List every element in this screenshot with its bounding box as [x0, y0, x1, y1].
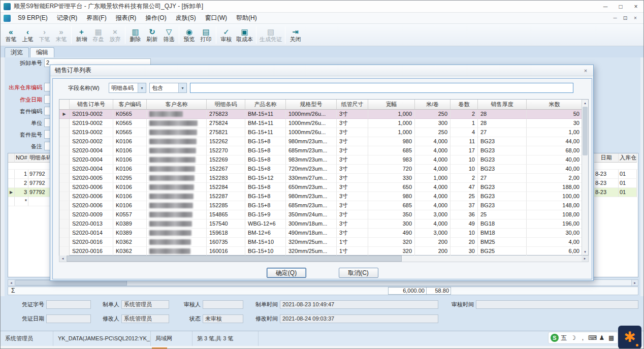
menu-s9-erp[interactable]: S9 ERP(E) [13, 13, 52, 23]
detail-grid-row[interactable]: 8-2301 [594, 170, 638, 179]
tab-edit[interactable]: 编辑 [30, 47, 54, 57]
customer-name-redacted [149, 120, 198, 126]
toolbox-icon[interactable]: ▩ [607, 333, 616, 343]
filter-button[interactable]: ▽筛选 [160, 25, 177, 45]
detail-grid-row[interactable]: ▶397792 [8, 188, 53, 197]
detail-grid-row[interactable]: 8-2301 [594, 179, 638, 188]
sales-order-row[interactable]: S2020-0013K0389157540WBG-12+6300mm/18um.… [59, 219, 583, 229]
voucher-date-field[interactable] [46, 314, 91, 323]
chevron-down-icon[interactable] [138, 83, 146, 92]
mdi-window-controls: ─⊡× [610, 14, 640, 22]
audit-button[interactable]: ✓审核 [218, 25, 235, 45]
detail-grid-left: NO#明细条码197792297792▶397792* [8, 153, 53, 206]
dialog-title: 销售订单列表 [55, 66, 91, 75]
grid-vscrollbar[interactable] [582, 100, 588, 255]
tab-browse[interactable]: 浏览 [5, 47, 29, 57]
wubi-mode-icon[interactable]: 五 [560, 333, 568, 343]
chevron-down-icon[interactable] [178, 83, 186, 92]
customer-name-redacted [149, 248, 190, 254]
mdi-minimize-button[interactable]: ─ [610, 14, 620, 22]
filter-search-input[interactable] [190, 83, 573, 93]
close-button[interactable]: × [628, 1, 643, 12]
mdi-restore-button[interactable]: ⊡ [620, 14, 630, 22]
voucher-no-field[interactable] [46, 300, 91, 309]
scroll-right-icon[interactable] [582, 256, 588, 262]
scroll-right-icon[interactable] [631, 280, 638, 285]
close-form-icon: ⇥ [292, 27, 299, 36]
scroll-track[interactable] [66, 256, 582, 262]
menu-interface[interactable]: 界面(F) [82, 13, 111, 23]
scroll-thumb[interactable] [583, 107, 588, 155]
scroll-up-icon[interactable] [582, 100, 588, 106]
sales-order-row[interactable]: S2020-0004K0106152269BG-15+8983mm/23um..… [59, 155, 583, 165]
row-indicator-icon [8, 197, 15, 206]
detail-grid-row[interactable]: 197792 [8, 170, 53, 179]
prev-record-button[interactable]: ‹上笔 [19, 25, 36, 45]
sales-order-row[interactable]: S2020-0006K0106152287BG-15+8980mm/23um..… [59, 192, 583, 201]
add-button[interactable]: +新增 [73, 25, 90, 45]
sales-order-row[interactable]: S2020-0004K0106152270BG-15+8685mm/23um..… [59, 146, 583, 155]
cancel-button[interactable]: 取消(C) [339, 268, 378, 278]
mdi-close-button[interactable]: × [630, 14, 640, 22]
sales-order-row[interactable]: S2020-0006K0106152284BG-15+8650mm/23um..… [59, 183, 583, 192]
scroll-down-icon[interactable] [582, 248, 588, 255]
refresh-button[interactable]: ↻刷新 [144, 25, 160, 45]
scroll-thumb[interactable] [67, 256, 402, 262]
detail-grid-row[interactable]: 8-2301 [594, 188, 638, 197]
keyboard-icon[interactable]: ⌨ [588, 333, 597, 343]
menu-report[interactable]: 报表(R) [111, 13, 141, 23]
menu-skin[interactable]: 皮肤(S) [171, 13, 201, 23]
preview-button[interactable]: ◉预览 [181, 25, 198, 45]
audit-time-field[interactable] [476, 300, 638, 309]
out-warehouse-code-label: 出库仓库编码 [5, 83, 42, 92]
operator-select[interactable]: 包含 [149, 83, 187, 93]
sales-order-row[interactable]: S2020-0004K0106152267BG-15+8720mm/23um..… [59, 165, 583, 174]
sogou-logo-icon[interactable]: S [551, 334, 559, 342]
close-form-button[interactable]: ⇥关闭 [287, 25, 304, 45]
maximize-button[interactable]: □ [613, 1, 628, 12]
minimize-button[interactable]: ─ [598, 1, 613, 12]
sales-order-row[interactable]: S2020-0009K0557154865BG-15+9350mm/24um..… [59, 210, 583, 219]
scroll-left-icon[interactable] [8, 280, 15, 285]
grid-hscrollbar[interactable] [59, 256, 589, 262]
delete-button[interactable]: ▥删除 [127, 25, 144, 45]
menu-help[interactable]: 帮助(H) [232, 13, 262, 23]
ok-button[interactable]: 确定(Q) [267, 268, 306, 278]
create-time-field[interactable]: 2021-08-23 10:49:47 [280, 300, 438, 309]
sales-order-row[interactable]: S2020-0016K0362160735BM-15+10320mm/25um.… [59, 238, 583, 247]
creator-field[interactable]: 系统管理员 [121, 300, 169, 309]
dialog-title-bar[interactable]: 销售订单列表 × [50, 65, 593, 76]
sales-order-row[interactable]: S2020-0006K0106152285BG-15+8685mm/23um..… [59, 201, 583, 210]
get-cost-icon: ▣ [241, 27, 248, 36]
detail-grid-row[interactable]: 297792 [8, 179, 53, 188]
sales-order-grid[interactable]: 销售订单号客户编码客户名称明细条码产品名称规格型号纸管尺寸宽幅米/卷卷数销售厚度… [59, 99, 589, 256]
auditor-field[interactable] [203, 300, 243, 309]
menu-record[interactable]: 记录(R) [52, 13, 82, 23]
sales-order-row[interactable]: S2019-0002K0565275821BG-15+111000mm/26u.… [59, 128, 583, 137]
menu-window[interactable]: 窗口(W) [201, 13, 232, 23]
menu-operation[interactable]: 操作(O) [141, 13, 171, 23]
modifier-field[interactable]: 系统管理员 [121, 314, 169, 323]
detail-grid-row[interactable]: * [8, 197, 53, 206]
sales-order-row[interactable]: ▶S2019-0002K0565275823BM-15+111000mm/26u… [59, 110, 583, 119]
dialog-close-icon[interactable]: × [582, 68, 590, 74]
field-name-select[interactable]: 明细条码 [109, 83, 146, 93]
person-icon[interactable]: ♟ [598, 333, 606, 343]
get-cost-button[interactable]: ▣取成本 [235, 25, 254, 45]
moon-icon[interactable]: ☽ [569, 333, 577, 343]
print-button[interactable]: ▤打印 [198, 25, 214, 45]
punctuation-icon[interactable]: , [578, 333, 587, 343]
sales-order-row[interactable]: S2019-0002K0565275824BM-15+111000mm/26u.… [59, 119, 583, 128]
sales-order-row[interactable]: S2020-0014K0389159618BM-12+6490mm/18um..… [59, 229, 583, 238]
scroll-left-icon[interactable] [59, 256, 66, 262]
modify-time-field[interactable]: 2021-08-24 09:03:37 [280, 314, 438, 323]
sigma-label: Σ [11, 287, 15, 295]
column-header: 规格型号 [286, 100, 337, 110]
first-record-button[interactable]: «首笔 [3, 25, 19, 45]
sales-order-row[interactable]: S2020-0016K0362160016BG-15+10320mm/25um.… [59, 247, 583, 256]
filter-row: 字段名称(W) 明细条码 包含 [53, 82, 592, 94]
status-field[interactable]: 未审核 [203, 314, 243, 323]
sales-order-row[interactable]: S2020-0005K0295152283BG-15+12330mm/27um.… [59, 174, 583, 183]
sales-order-row[interactable]: S2020-0002K0106152262BG-15+8980mm/23um..… [59, 137, 583, 146]
input-method-bar[interactable]: S五☽,⌨♟▩ [548, 332, 618, 344]
